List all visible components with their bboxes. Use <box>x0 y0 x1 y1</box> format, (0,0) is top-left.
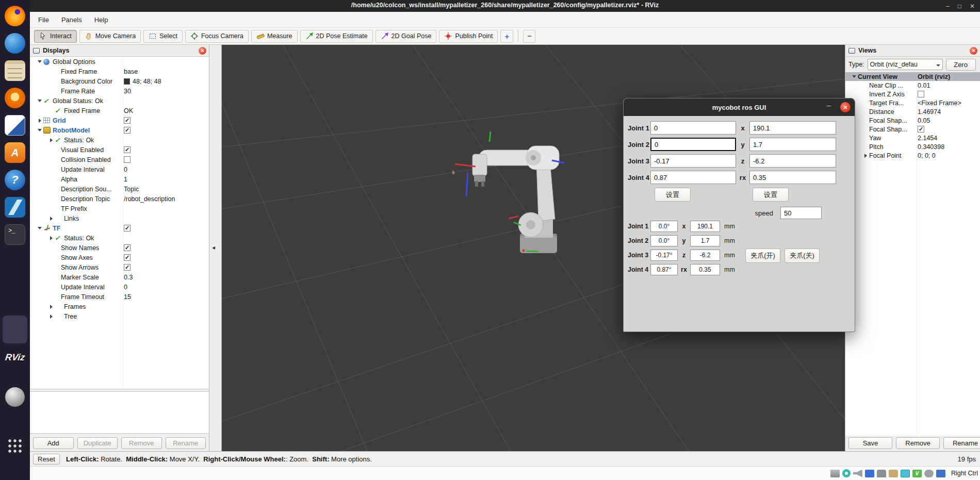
expander-right-icon[interactable] <box>47 233 55 243</box>
tree-row-show-arrows[interactable]: Show Arrows ✓ <box>30 262 209 272</box>
sphere-tool-icon[interactable] <box>5 387 25 407</box>
expander-down-icon[interactable] <box>36 96 43 106</box>
expander-right-icon[interactable] <box>47 213 55 223</box>
usb-indicator-icon[interactable] <box>877 470 886 477</box>
expander-down-icon[interactable] <box>36 223 43 233</box>
tree-value[interactable]: 0 <box>124 164 207 174</box>
add-tool-button[interactable]: + <box>500 30 513 43</box>
panel-close-button[interactable] <box>199 47 206 55</box>
optical-disc-indicator-icon[interactable] <box>842 469 851 477</box>
tree-value[interactable]: 30 <box>124 86 207 96</box>
expander-down-icon[interactable] <box>36 57 43 67</box>
tree-row-global-status[interactable]: Global Status: Ok <box>30 96 209 106</box>
joint-4-input[interactable] <box>650 171 736 184</box>
tree-row-current-view[interactable]: Current View Orbit (rviz) <box>845 72 980 81</box>
tree-value[interactable]: 15 <box>124 292 207 302</box>
close-icon[interactable] <box>970 3 975 10</box>
tree-row-target-frame[interactable]: Target Fra... <Fixed Frame> <box>845 98 980 107</box>
keyboard-indicator-icon[interactable] <box>936 470 945 477</box>
remove-display-button[interactable]: Remove <box>121 437 162 449</box>
duplicate-display-button[interactable]: Duplicate <box>77 437 118 449</box>
expander-down-icon[interactable] <box>36 125 43 135</box>
tree-row-yaw[interactable]: Yaw 2.1454 <box>845 134 980 142</box>
dialog-titlebar[interactable]: mycobot ros GUI <box>624 98 855 116</box>
audio-indicator-icon[interactable] <box>853 470 862 477</box>
expander-right-icon[interactable] <box>47 135 55 145</box>
dock-files[interactable] <box>0 60 30 81</box>
dock-terminal[interactable] <box>0 224 30 245</box>
features-indicator-icon[interactable] <box>912 470 922 477</box>
tree-row-show-axes[interactable]: Show Axes ✓ <box>30 253 209 262</box>
z-input[interactable] <box>749 154 836 168</box>
tree-value[interactable]: 0; 0; 0 <box>918 151 979 160</box>
tree-row-description-source[interactable]: Description Sou... Topic <box>30 184 209 194</box>
menu-panels[interactable]: Panels <box>55 13 88 26</box>
network-indicator-icon[interactable] <box>865 470 874 477</box>
checkbox[interactable]: ✓ <box>124 146 130 153</box>
tree-value[interactable]: 0.3 <box>124 272 207 282</box>
tree-row-pitch[interactable]: Pitch 0.340398 <box>845 142 980 151</box>
checkbox[interactable]: ✓ <box>124 244 130 251</box>
dock-rhythmbox[interactable] <box>0 87 30 109</box>
joint-1-input[interactable] <box>650 121 736 135</box>
tree-value[interactable]: 0 <box>124 282 207 292</box>
set-joints-button[interactable]: 设置 <box>655 188 691 202</box>
tree-value[interactable]: 0.05 <box>918 116 979 125</box>
checkbox[interactable] <box>918 91 924 97</box>
tree-row-global-options[interactable]: Global Options <box>30 57 209 67</box>
gripper-open-button[interactable]: 夹爪(开) <box>745 249 780 263</box>
dock-ubuntu-software[interactable] <box>0 142 30 163</box>
menu-help[interactable]: Help <box>88 13 115 26</box>
checkbox[interactable] <box>124 156 130 163</box>
hard-disk-indicator-icon[interactable] <box>830 470 840 477</box>
rename-display-button[interactable]: Rename <box>166 437 206 449</box>
maximize-icon[interactable] <box>958 3 961 10</box>
tree-row-frame-rate[interactable]: Frame Rate 30 <box>30 86 209 96</box>
checkbox[interactable]: ✓ <box>124 127 130 134</box>
mouse-integration-icon[interactable] <box>924 470 934 477</box>
tree-value[interactable]: base <box>124 67 207 76</box>
joint-2-input[interactable] <box>650 138 736 151</box>
x-input[interactable] <box>749 121 836 135</box>
dock-vscode[interactable] <box>0 196 30 218</box>
tree-value[interactable]: Orbit (rviz) <box>918 72 979 81</box>
dock-help[interactable] <box>0 169 30 191</box>
tree-row-tf-prefix[interactable]: TF Prefix <box>30 204 209 213</box>
tree-row-near-clip[interactable]: Near Clip ... 0.01 <box>845 81 980 90</box>
tree-row-frames[interactable]: Frames <box>30 302 209 311</box>
tree-row-alpha[interactable]: Alpha 1 <box>30 174 209 184</box>
expander-right-icon[interactable] <box>862 151 869 160</box>
pose-estimate-tool-button[interactable]: 2D Pose Estimate <box>300 30 373 43</box>
checkbox[interactable]: ✓ <box>918 126 924 133</box>
goal-pose-tool-button[interactable]: 2D Goal Pose <box>375 30 437 43</box>
y-input[interactable] <box>749 138 836 151</box>
select-tool-button[interactable]: Select <box>143 30 183 43</box>
tree-row-collision-enabled[interactable]: Collision Enabled <box>30 155 209 164</box>
expander-down-icon[interactable] <box>851 72 858 81</box>
tree-value[interactable]: 0.340398 <box>918 142 979 151</box>
tree-row-frame-timeout[interactable]: Frame Timeout 15 <box>30 292 209 302</box>
tree-value[interactable]: 1 <box>124 174 207 184</box>
view-type-combobox[interactable]: Orbit (rviz_defau <box>868 59 943 70</box>
zero-button[interactable]: Zero <box>946 59 976 71</box>
gripper-close-button[interactable]: 夹爪(关) <box>785 249 820 263</box>
panel-close-button[interactable] <box>970 47 977 55</box>
tree-row-focal-shape-fixed[interactable]: Focal Shap... ✓ <box>845 125 980 134</box>
tree-value[interactable]: 1.46974 <box>918 107 979 116</box>
menu-file[interactable]: File <box>32 13 55 26</box>
move-camera-tool-button[interactable]: Move Camera <box>79 30 141 43</box>
rename-view-button[interactable]: Rename <box>943 437 980 449</box>
tree-row-focal-point[interactable]: Focal Point 0; 0; 0 <box>845 151 980 160</box>
shared-folder-indicator-icon[interactable] <box>889 470 898 477</box>
tree-row-update-interval[interactable]: Update Interval 0 <box>30 164 209 174</box>
rx-input[interactable] <box>749 171 836 184</box>
checkbox[interactable]: ✓ <box>124 225 130 231</box>
dock-active-window-slot[interactable] <box>3 316 27 343</box>
tree-row-background-color[interactable]: Background Color 48; 48; 48 <box>30 76 209 86</box>
add-display-button[interactable]: Add <box>33 437 74 449</box>
dock-libreoffice-writer[interactable] <box>0 114 30 136</box>
tree-value[interactable]: /robot_description <box>124 194 207 204</box>
tree-row-show-names[interactable]: Show Names ✓ <box>30 243 209 253</box>
save-view-button[interactable]: Save <box>848 437 892 449</box>
tree-row-focal-shape-size[interactable]: Focal Shap... 0.05 <box>845 116 980 125</box>
